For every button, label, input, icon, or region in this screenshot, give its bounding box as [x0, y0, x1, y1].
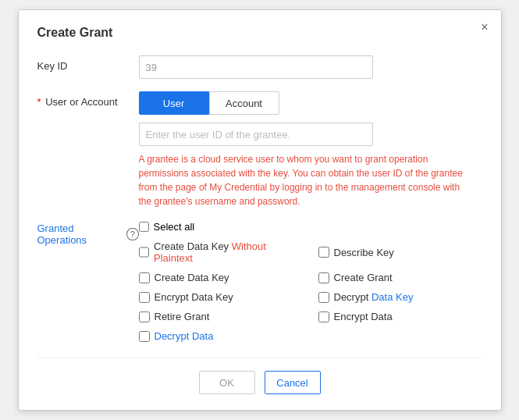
checkbox-encrypt-data-key[interactable] — [139, 292, 150, 303]
checkbox-encrypt-data[interactable] — [318, 311, 329, 322]
granted-operations-row: Granted Operations ? Select all Create D… — [37, 221, 482, 342]
user-account-row: * User or Account User Account A grantee… — [37, 91, 482, 208]
user-account-tabs: User Account — [139, 91, 482, 115]
grantee-input[interactable] — [139, 123, 373, 146]
op-create-data-key-without-plaintext: Create Data Key Without Plaintext — [139, 240, 303, 264]
op-label-decrypt-data-key: Decrypt Data Key — [334, 291, 414, 303]
checkbox-create-data-key[interactable] — [139, 272, 150, 283]
select-all-label: Select all — [154, 221, 195, 233]
key-id-content — [139, 55, 482, 79]
op-create-grant: Create Grant — [318, 272, 482, 283]
op-create-data-key: Create Data Key — [139, 272, 303, 283]
op-label-encrypt-data-key: Encrypt Data Key — [155, 291, 233, 303]
dialog-title: Create Grant — [37, 26, 482, 40]
op-encrypt-data: Encrypt Data — [318, 311, 482, 322]
cancel-button[interactable]: Cancel — [265, 371, 321, 394]
checkbox-decrypt-data-key[interactable] — [318, 292, 329, 303]
user-account-label: * User or Account — [37, 91, 139, 108]
op-describe-key: Describe Key — [318, 240, 482, 264]
required-star: * — [37, 96, 41, 108]
create-grant-dialog: × Create Grant Key ID * User or Account … — [18, 9, 502, 411]
key-id-row: Key ID — [37, 55, 482, 79]
op-label-encrypt-data: Encrypt Data — [334, 311, 393, 322]
checkbox-decrypt-data[interactable] — [139, 331, 150, 342]
op-label-describe-key: Describe Key — [334, 247, 394, 258]
checkbox-describe-key[interactable] — [318, 247, 329, 258]
op-retire-grant: Retire Grant — [139, 311, 303, 322]
op-decrypt-data-key: Decrypt Data Key — [318, 291, 482, 303]
checkbox-create-grant[interactable] — [318, 272, 329, 283]
grantee-info-text: A grantee is a cloud service user to who… — [139, 152, 475, 208]
op-encrypt-data-key: Encrypt Data Key — [139, 291, 303, 303]
op-label-create-data-key: Create Data Key — [155, 272, 229, 283]
checkbox-create-data-key-without-plaintext[interactable] — [139, 247, 150, 258]
op-label-retire-grant: Retire Grant — [155, 311, 210, 322]
op-decrypt-data: Decrypt Data — [139, 330, 303, 342]
granted-operations-label: Granted Operations ? — [37, 221, 139, 246]
checkbox-retire-grant[interactable] — [139, 311, 150, 322]
help-icon[interactable]: ? — [126, 228, 139, 240]
operations-grid: Create Data Key Without Plaintext Descri… — [139, 240, 482, 342]
key-id-label: Key ID — [37, 55, 139, 72]
select-all-checkbox[interactable] — [139, 222, 149, 232]
user-account-content: User Account A grantee is a cloud servic… — [139, 91, 482, 208]
op-label-create-grant: Create Grant — [334, 272, 393, 283]
ok-button[interactable]: OK — [199, 371, 255, 394]
tab-account[interactable]: Account — [209, 91, 279, 115]
select-all-row: Select all — [139, 221, 482, 233]
operations-content: Select all Create Data Key Without Plain… — [139, 221, 482, 342]
op-label-create-data-key-without-plaintext: Create Data Key Without Plaintext — [154, 240, 302, 264]
key-id-input[interactable] — [139, 55, 373, 79]
dialog-footer: OK Cancel — [37, 358, 482, 394]
close-button[interactable]: × — [481, 21, 488, 34]
tab-user[interactable]: User — [139, 91, 209, 115]
op-label-decrypt-data: Decrypt Data — [155, 330, 214, 342]
